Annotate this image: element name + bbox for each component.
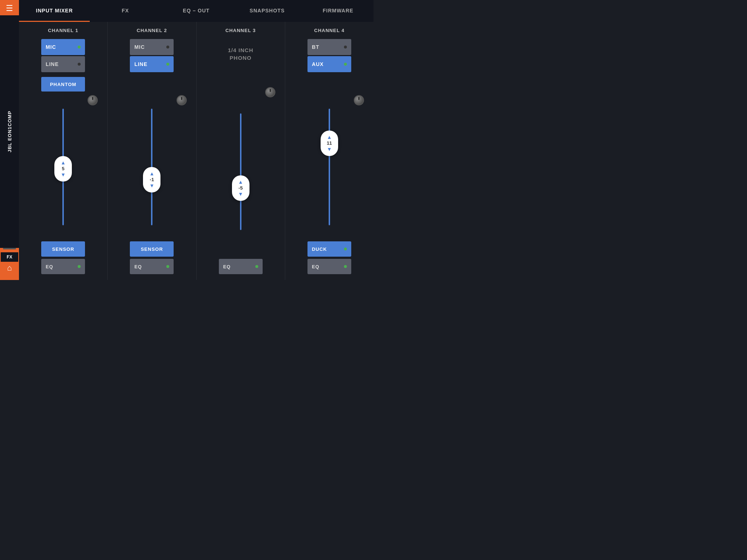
channel-4-bt-label: BT — [312, 44, 320, 50]
channel-1: CHANNEL 1 MIC LINE PHANTOM ▲ 5 — [19, 22, 108, 280]
tab-eq-out[interactable]: EQ – OUT — [161, 0, 232, 22]
channel-2: CHANNEL 2 MIC LINE ▲ -1 — [108, 22, 196, 280]
channel-2-sensor-btn[interactable]: SENSOR — [130, 241, 174, 257]
device-label: JBL EON1COMP — [0, 15, 19, 248]
channel-3-phono-label: 1/4 INCHPHONO — [228, 46, 253, 62]
channel-2-eq-indicator — [166, 265, 169, 268]
channel-1-pan-knob[interactable] — [88, 95, 98, 105]
channel-4-fader-thumb[interactable]: ▲ 11 ▼ — [321, 131, 338, 156]
channel-4-fader-down[interactable]: ▼ — [327, 147, 332, 152]
channel-4-bt-btn[interactable]: BT — [307, 39, 351, 55]
tab-input-mixer[interactable]: INPUT MIXER — [19, 0, 90, 22]
channel-1-line-indicator — [78, 63, 81, 66]
mixer-content: CHANNEL 1 MIC LINE PHANTOM ▲ 5 — [19, 22, 374, 280]
channel-2-inputs: MIC LINE — [130, 39, 174, 73]
channel-2-line-indicator — [166, 63, 169, 66]
channel-1-mic-indicator — [78, 46, 81, 48]
channel-3: CHANNEL 3 1/4 INCHPHONO ▲ -5 ▼ EQ — [197, 22, 285, 280]
channel-1-fader-up[interactable]: ▲ — [61, 160, 66, 165]
menu-icon[interactable]: ☰ — [6, 4, 13, 12]
channel-3-eq-btn[interactable]: EQ — [219, 259, 263, 274]
channel-1-fader-down[interactable]: ▼ — [61, 172, 66, 177]
fx-label[interactable]: FX — [1, 252, 18, 262]
channel-4-fader-value: 11 — [327, 140, 332, 146]
channel-2-fader-value: -1 — [150, 177, 154, 182]
channel-3-eq-label: EQ — [223, 264, 231, 269]
channel-4-title: CHANNEL 4 — [314, 28, 344, 33]
channel-4-aux-label: AUX — [312, 61, 324, 67]
channel-4-aux-btn[interactable]: AUX — [307, 56, 351, 72]
fx-line — [3, 248, 16, 249]
channel-1-eq-btn[interactable]: EQ — [41, 259, 85, 274]
channel-3-title: CHANNEL 3 — [225, 28, 256, 33]
channel-2-title: CHANNEL 2 — [137, 28, 167, 33]
channel-3-fader-rail — [240, 113, 241, 230]
channel-3-fader-up[interactable]: ▲ — [238, 179, 243, 184]
channel-4-fader-up[interactable]: ▲ — [327, 135, 332, 140]
home-icon[interactable]: ⌂ — [7, 263, 12, 273]
channel-2-fader-track: ▲ -1 ▼ — [147, 109, 156, 225]
channel-1-bottom: SENSOR EQ — [22, 241, 104, 274]
channel-1-line-btn[interactable]: LINE — [41, 56, 85, 72]
channel-3-fader-down[interactable]: ▼ — [238, 191, 243, 197]
channel-3-fader-area: ▲ -5 ▼ — [200, 87, 282, 256]
channel-4-eq-indicator — [344, 265, 347, 268]
top-nav: INPUT MIXER FX EQ – OUT SNAPSHOTS FIRMWA… — [19, 0, 374, 22]
channel-1-phantom-btn[interactable]: PHANTOM — [41, 77, 85, 92]
channel-2-eq-label: EQ — [134, 264, 142, 269]
channel-1-fader-area: ▲ 5 ▼ — [22, 95, 104, 238]
channel-2-mic-indicator — [166, 46, 169, 48]
main-content: INPUT MIXER FX EQ – OUT SNAPSHOTS FIRMWA… — [19, 0, 374, 280]
channel-1-fader-value: 5 — [62, 166, 65, 171]
channel-1-mic-label: MIC — [46, 44, 56, 50]
channel-3-fader-value: -5 — [239, 185, 243, 191]
channel-1-sensor-btn[interactable]: SENSOR — [41, 241, 85, 257]
channel-1-inputs: MIC LINE — [41, 39, 85, 73]
channel-4-fader-rail — [329, 109, 330, 225]
channel-2-fader-down[interactable]: ▼ — [149, 183, 154, 188]
channel-4-eq-label: EQ — [312, 264, 320, 269]
channel-1-mic-btn[interactable]: MIC — [41, 39, 85, 55]
channel-4-bt-indicator — [344, 46, 347, 48]
channel-3-fader-track: ▲ -5 ▼ — [236, 113, 245, 230]
channel-1-eq-label: EQ — [46, 264, 53, 269]
tab-firmware[interactable]: FIRMWARE — [303, 0, 374, 22]
channel-4-duck-btn[interactable]: DUCK — [307, 241, 351, 257]
channel-1-fader-thumb[interactable]: ▲ 5 ▼ — [54, 156, 72, 182]
channel-2-fader-up[interactable]: ▲ — [149, 171, 154, 176]
channel-1-line-label: LINE — [46, 61, 59, 67]
channel-2-pan-knob[interactable] — [177, 95, 187, 105]
channel-2-line-btn[interactable]: LINE — [130, 56, 174, 72]
channel-1-fader-track: ▲ 5 ▼ — [59, 109, 67, 225]
channel-4-bottom: DUCK EQ — [288, 241, 371, 274]
channel-2-bottom: SENSOR EQ — [111, 241, 193, 274]
channel-3-eq-indicator — [255, 265, 258, 268]
channel-1-title: CHANNEL 1 — [48, 28, 78, 33]
channel-3-pan-knob[interactable] — [265, 87, 275, 97]
channel-3-fader-thumb[interactable]: ▲ -5 ▼ — [232, 175, 249, 201]
channel-1-eq-indicator — [78, 265, 81, 268]
channel-4: CHANNEL 4 BT AUX ▲ 11 — [285, 22, 374, 280]
channel-2-mic-btn[interactable]: MIC — [130, 39, 174, 55]
tab-fx[interactable]: FX — [90, 0, 160, 22]
channel-4-pan-knob[interactable] — [354, 95, 364, 105]
channel-3-bottom: EQ — [200, 259, 282, 274]
channel-4-duck-label: DUCK — [312, 246, 327, 252]
tab-snapshots[interactable]: SNAPSHOTS — [232, 0, 302, 22]
channel-2-fader-area: ▲ -1 ▼ — [111, 95, 193, 238]
sidebar: ☰ JBL EON1COMP FX ⌂ — [0, 0, 19, 280]
channel-2-eq-btn[interactable]: EQ — [130, 259, 174, 274]
channel-2-mic-label: MIC — [134, 44, 145, 50]
channel-4-duck-indicator — [344, 248, 347, 250]
channel-4-aux-indicator — [344, 63, 347, 66]
channel-4-inputs: BT AUX — [307, 39, 351, 73]
channel-2-line-label: LINE — [134, 61, 147, 67]
channel-2-fader-thumb[interactable]: ▲ -1 ▼ — [143, 167, 160, 192]
channel-4-fader-area: ▲ 11 ▼ — [288, 95, 371, 238]
channel-4-fader-track: ▲ 11 ▼ — [325, 109, 334, 225]
channel-4-eq-btn[interactable]: EQ — [307, 259, 351, 274]
